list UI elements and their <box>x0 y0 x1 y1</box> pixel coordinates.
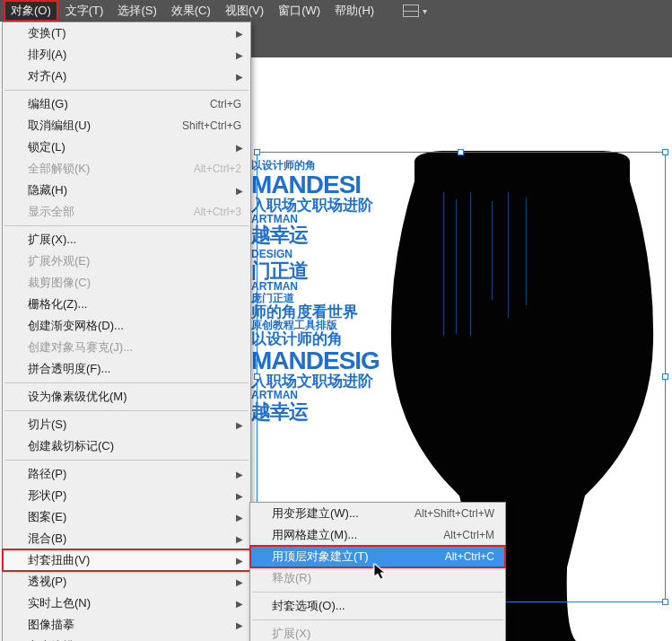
submenu-item-5[interactable]: 封套选项(O)... <box>250 595 505 617</box>
menu-text[interactable]: 文字(T) <box>58 0 111 22</box>
handle-mid-right[interactable] <box>662 373 668 380</box>
submenu-item-1[interactable]: 用网格建立(M)...Alt+Ctrl+M <box>250 524 505 546</box>
submenu-item-0[interactable]: 用变形建立(W)...Alt+Shift+Ctrl+W <box>250 503 505 524</box>
menu-item-21[interactable]: 切片(S)▶ <box>3 414 250 435</box>
chevron-right-icon: ▶ <box>236 513 243 522</box>
cursor-icon <box>373 563 386 581</box>
menu-item-31[interactable]: 图像描摹▶ <box>3 614 250 636</box>
chevron-right-icon: ▶ <box>236 556 243 566</box>
menu-item-29[interactable]: 透视(P)▶ <box>3 571 250 593</box>
menu-item-7: 全部解锁(K)Alt+Ctrl+2 <box>3 158 250 180</box>
menu-window[interactable]: 窗口(W) <box>271 0 327 22</box>
menu-item-9: 显示全部Alt+Ctrl+3 <box>3 201 250 223</box>
menu-view[interactable]: 视图(V) <box>218 0 271 22</box>
handle-top-right[interactable] <box>662 149 668 155</box>
menu-item-13: 裁剪图像(C) <box>3 272 250 294</box>
menu-item-12: 扩展外观(E) <box>3 250 250 272</box>
menu-item-19[interactable]: 设为像素级优化(M) <box>3 386 250 408</box>
menu-item-30[interactable]: 实时上色(N)▶ <box>3 593 250 614</box>
menu-item-22[interactable]: 创建裁切标记(C) <box>3 435 250 457</box>
chevron-right-icon: ▶ <box>236 420 243 430</box>
chevron-right-icon: ▶ <box>236 50 243 60</box>
menu-effect[interactable]: 效果(C) <box>164 0 218 22</box>
menu-item-28[interactable]: 封套扭曲(V)▶ <box>3 549 250 571</box>
menu-item-4[interactable]: 编组(G)Ctrl+G <box>3 93 250 115</box>
chevron-right-icon: ▶ <box>236 534 243 544</box>
chevron-right-icon: ▶ <box>236 470 243 479</box>
menu-item-32[interactable]: 文本绕排(W)▶ <box>3 636 250 641</box>
menu-item-11[interactable]: 扩展(X)... <box>3 229 250 250</box>
handle-mid-left[interactable] <box>254 373 260 380</box>
handle-bottom-right[interactable] <box>662 599 668 605</box>
layout-icon[interactable] <box>403 4 419 17</box>
artboard-bg <box>251 22 672 57</box>
handle-mid-top[interactable] <box>458 149 464 155</box>
menubar: 对象(O) 文字(T) 选择(S) 效果(C) 视图(V) 窗口(W) 帮助(H… <box>0 0 672 22</box>
menu-item-25[interactable]: 形状(P)▶ <box>3 485 250 506</box>
menu-select[interactable]: 选择(S) <box>110 0 163 22</box>
chevron-right-icon: ▶ <box>236 620 243 630</box>
chevron-right-icon: ▶ <box>236 72 243 82</box>
menu-object[interactable]: 对象(O) <box>4 0 58 22</box>
chevron-down-icon[interactable]: ▾ <box>423 6 427 16</box>
menu-item-27[interactable]: 混合(B)▶ <box>3 528 250 549</box>
submenu-item-7: 扩展(X) <box>250 623 505 641</box>
menu-help[interactable]: 帮助(H) <box>327 0 381 22</box>
menu-item-2[interactable]: 对齐(A)▶ <box>3 66 250 87</box>
menu-item-0[interactable]: 变换(T)▶ <box>3 22 250 44</box>
handle-top-left[interactable] <box>254 149 260 155</box>
chevron-right-icon: ▶ <box>236 491 243 501</box>
menu-item-6[interactable]: 锁定(L)▶ <box>3 136 250 158</box>
menu-item-5[interactable]: 取消编组(U)Shift+Ctrl+G <box>3 115 250 136</box>
menu-item-1[interactable]: 排列(A)▶ <box>3 44 250 66</box>
chevron-right-icon: ▶ <box>236 143 243 153</box>
menu-item-26[interactable]: 图案(E)▶ <box>3 506 250 528</box>
menu-item-8[interactable]: 隐藏(H)▶ <box>3 180 250 201</box>
menu-item-14[interactable]: 栅格化(Z)... <box>3 294 250 315</box>
object-menu-dropdown: 变换(T)▶排列(A)▶对齐(A)▶编组(G)Ctrl+G取消编组(U)Shif… <box>2 22 251 641</box>
menu-item-17[interactable]: 拼合透明度(F)... <box>3 358 250 380</box>
chevron-right-icon: ▶ <box>236 186 243 196</box>
menu-item-16: 创建对象马赛克(J)... <box>3 337 250 358</box>
chevron-right-icon: ▶ <box>236 577 243 587</box>
chevron-right-icon: ▶ <box>236 599 243 609</box>
menu-item-24[interactable]: 路径(P)▶ <box>3 463 250 485</box>
chevron-right-icon: ▶ <box>236 29 243 39</box>
menu-item-15[interactable]: 创建渐变网格(D)... <box>3 315 250 337</box>
